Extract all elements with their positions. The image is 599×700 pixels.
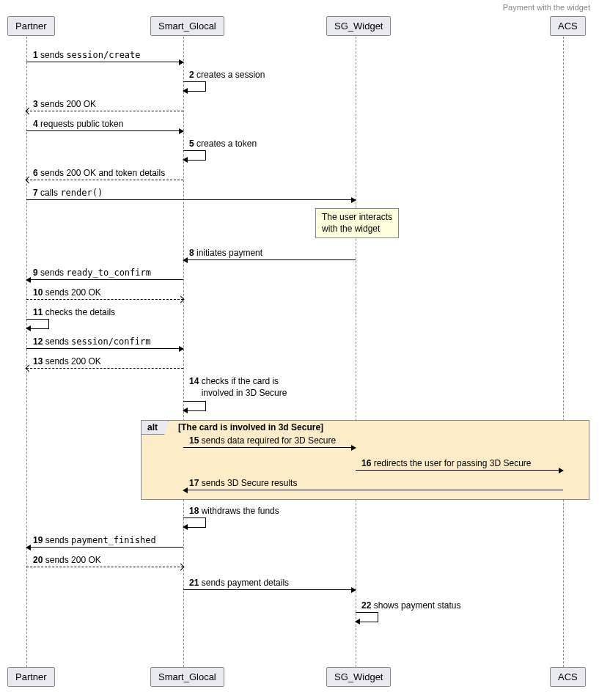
participant-acs-top: ACS (550, 16, 586, 36)
msg-3-label: 3 sends 200 OK (33, 99, 96, 109)
msg-6-label: 6 sends 200 OK and token details (33, 168, 165, 178)
msg-20-label: 20 sends 200 OK (33, 555, 101, 565)
msg-9-label: 9 sends ready_to_confirm (33, 268, 151, 278)
msg-22-label: 22 shows payment status (361, 600, 460, 611)
lifeline-sgwidget (356, 37, 356, 667)
msg-4-label: 4 requests public token (33, 119, 123, 129)
msg-19-label: 19 sends payment_finished (33, 535, 156, 545)
msg-15-arrow (183, 447, 356, 448)
msg-9-arrow (26, 279, 183, 280)
msg-6-arrow (26, 180, 183, 180)
participant-partner-bottom: Partner (7, 667, 55, 687)
participant-smartglocal-bottom: Smart_Glocal (150, 667, 224, 687)
msg-10-label: 10 sends 200 OK (33, 287, 101, 298)
participant-sgwidget-top: SG_Widget (326, 16, 391, 36)
msg-1-label: 1 sends session/create (33, 50, 141, 60)
msg-11-label: 11 checks the details (33, 307, 115, 317)
msg-17-arrow (183, 490, 563, 490)
note-user-interacts: The user interacts with the widget (315, 208, 399, 238)
msg-12-arrow (26, 348, 183, 349)
msg-2-arrow (183, 81, 206, 92)
participant-smartglocal-top: Smart_Glocal (150, 16, 224, 36)
msg-22-arrow (356, 612, 378, 622)
msg-7-label: 7 calls render() (33, 188, 103, 198)
msg-11-arrow (26, 319, 49, 329)
msg-2-label: 2 creates a session (189, 70, 265, 80)
msg-15-label: 15 sends data required for 3D Secure (189, 435, 336, 446)
diagram-title: Payment with the widget (503, 3, 590, 12)
msg-19-arrow (26, 547, 183, 548)
lifeline-partner (26, 37, 27, 667)
msg-14-arrow (183, 401, 206, 411)
msg-18-arrow (183, 517, 206, 528)
alt-label: alt (141, 420, 169, 435)
msg-5-label: 5 creates a token (189, 139, 257, 149)
msg-14-label: 14 checks if the card is involved in 3D … (189, 376, 287, 399)
msg-10-arrow (26, 299, 183, 300)
msg-5-arrow (183, 150, 206, 161)
msg-21-label: 21 sends payment details (189, 578, 289, 588)
msg-3-arrow (26, 111, 183, 111)
msg-13-label: 13 sends 200 OK (33, 356, 101, 366)
lifeline-acs (563, 37, 564, 667)
participant-sgwidget-bottom: SG_Widget (326, 667, 391, 687)
msg-16-arrow (356, 470, 563, 471)
msg-7-arrow (26, 199, 356, 200)
participant-partner-top: Partner (7, 16, 55, 36)
msg-18-label: 18 withdraws the funds (189, 506, 279, 516)
msg-12-label: 12 sends session/confirm (33, 336, 150, 347)
msg-20-arrow (26, 567, 183, 567)
alt-condition: [The card is involved in 3d Secure] (178, 422, 323, 432)
msg-8-label: 8 initiates payment (189, 248, 262, 258)
participant-acs-bottom: ACS (550, 667, 586, 687)
msg-13-arrow (26, 368, 183, 369)
msg-17-label: 17 sends 3D Secure results (189, 478, 297, 488)
msg-1-arrow (26, 62, 183, 62)
msg-8-arrow (183, 259, 356, 260)
msg-16-label: 16 redirects the user for passing 3D Sec… (361, 458, 531, 468)
msg-4-arrow (26, 130, 183, 131)
msg-21-arrow (183, 589, 356, 590)
